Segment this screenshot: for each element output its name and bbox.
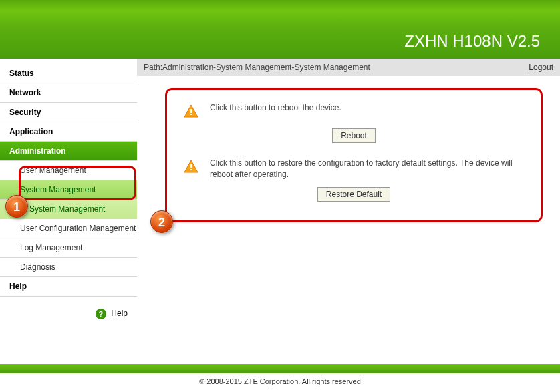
breadcrumb-text: Path:Administration-System Management-Sy… [144, 63, 370, 72]
sidebar-sub-user-config-management[interactable]: User Configuration Management [0, 219, 137, 238]
svg-rect-0 [190, 109, 192, 113]
content: Path:Administration-System Management-Sy… [137, 59, 560, 319]
header: ZXHN H108N V2.5 [0, 0, 560, 59]
sidebar-item-security[interactable]: Security [0, 103, 137, 122]
help-icon[interactable]: ? [96, 309, 106, 319]
svg-rect-3 [190, 169, 192, 170]
action-panel: Click this button to reboot the device. … [165, 88, 543, 222]
logout-link[interactable]: Logout [529, 63, 553, 72]
sidebar-sub-diagnosis[interactable]: Diagnosis [0, 258, 137, 277]
restore-default-button[interactable]: Restore Default [317, 187, 390, 202]
callout-badge-2: 2 [150, 210, 173, 233]
sidebar-item-administration[interactable]: Administration [0, 142, 137, 161]
sidebar-item-application[interactable]: Application [0, 122, 137, 142]
sidebar-item-status[interactable]: Status [0, 64, 137, 83]
reboot-message: Click this button to reboot the device. [210, 102, 341, 114]
sidebar-sub-user-management[interactable]: User Management [0, 161, 137, 180]
warning-icon [183, 104, 199, 122]
reboot-button[interactable]: Reboot [332, 128, 376, 143]
callout-badge-1: 1 [5, 195, 28, 218]
help-link[interactable]: Help [111, 309, 128, 318]
sidebar-item-help[interactable]: Help [0, 277, 137, 297]
sidebar-sub-log-management[interactable]: Log Management [0, 238, 137, 258]
svg-rect-2 [190, 164, 192, 168]
page-title: ZXHN H108N V2.5 [404, 32, 540, 51]
sidebar-item-network[interactable]: Network [0, 83, 137, 103]
sidebar: Status Network Security Application Admi… [0, 59, 137, 319]
breadcrumb: Path:Administration-System Management-Sy… [137, 59, 560, 76]
svg-rect-1 [190, 114, 192, 115]
footer-text: © 2008-2015 ZTE Corporation. All rights … [0, 373, 560, 392]
footer-bar [0, 364, 560, 373]
warning-icon [183, 159, 199, 177]
restore-message: Click this button to restore the configu… [210, 158, 525, 180]
